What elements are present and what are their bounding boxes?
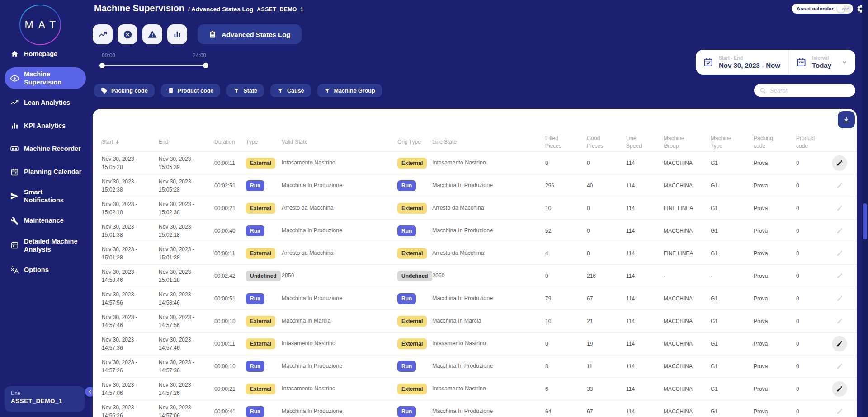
calendar-icon xyxy=(796,57,807,67)
sidebar-nav: Homepage Machine Supervision Lean Analyt… xyxy=(5,44,86,279)
table-row: Nov 30, 2023 -15:01:38Nov 30, 2023 -15:0… xyxy=(102,219,857,242)
cell-machine-group: MACCHINA xyxy=(664,227,711,235)
eye-icon xyxy=(9,74,20,83)
pencil-icon xyxy=(836,340,843,347)
edit-row-button[interactable] xyxy=(832,314,847,329)
edit-row-button[interactable] xyxy=(832,381,847,397)
status-badge: Run xyxy=(397,225,416,236)
cell-type: External xyxy=(246,158,282,169)
view-toolbar: Advanced States Log xyxy=(93,24,302,44)
interval-value: Today xyxy=(812,61,831,69)
chevron-down-icon xyxy=(841,59,848,66)
cell-good-pieces: 0 xyxy=(587,204,626,212)
cell-start: Nov 30, 2023 -15:02:38 xyxy=(102,178,159,194)
translate-icon xyxy=(9,265,20,274)
cell-start: Nov 30, 2023 -15:02:18 xyxy=(102,200,159,216)
alarms-view-button[interactable] xyxy=(142,24,162,44)
cell-line-speed: 114 xyxy=(626,340,664,348)
start-end-picker[interactable]: Start - End Nov 30, 2023 - Now xyxy=(696,50,788,75)
stops-view-button[interactable] xyxy=(118,24,137,44)
filter-label: Product code xyxy=(178,88,214,94)
sidebar-item-machine-supervision[interactable]: Machine Supervision xyxy=(5,67,86,89)
cell-type: Undefined xyxy=(246,271,282,281)
edit-row-button[interactable] xyxy=(832,404,847,417)
sidebar-item-smart-notifications[interactable]: Smart Notifications xyxy=(5,185,86,207)
edit-row-button[interactable] xyxy=(832,246,847,261)
sidebar-item-label: Options xyxy=(24,266,49,274)
cell-packing-code: Prova xyxy=(754,295,796,303)
column-header-line-speed: Line Speed xyxy=(626,135,664,149)
table-row: Nov 30, 2023 -14:57:36Nov 30, 2023 -14:5… xyxy=(102,332,857,355)
sidebar-item-label: Planning Calendar xyxy=(24,168,81,176)
sidebar-item-planning-calendar[interactable]: Planning Calendar xyxy=(5,162,86,181)
sidebar-item-homepage[interactable]: Homepage xyxy=(5,44,86,63)
cell-end: Nov 30, 2023 -14:57:06 xyxy=(159,403,214,417)
filter-machine-group[interactable]: Machine Group xyxy=(317,84,382,97)
cell-machine-group: MACCHINA xyxy=(664,362,711,370)
line-selector-panel[interactable]: Line ASSET_DEMO_1 xyxy=(5,386,85,412)
cell-duration: 00:00:10 xyxy=(214,362,246,370)
sidebar-item-lean-analytics[interactable]: Lean Analytics xyxy=(5,93,86,112)
filter-product-code[interactable]: Product code xyxy=(161,84,221,97)
cell-start: Nov 30, 2023 -14:57:46 xyxy=(102,313,159,329)
filter-cause[interactable]: Cause xyxy=(270,84,311,97)
export-button[interactable] xyxy=(838,111,855,128)
edit-row-button[interactable] xyxy=(832,291,847,306)
sidebar-item-options[interactable]: Options xyxy=(5,260,86,279)
table-row: Nov 30, 2023 -14:57:06Nov 30, 2023 -14:5… xyxy=(102,377,857,400)
funnel-icon xyxy=(233,88,240,94)
cell-valid-state: Macchina In Produzione xyxy=(282,407,397,416)
cell-machine-group: MACCHINA xyxy=(664,159,711,167)
table-row: Nov 30, 2023 -14:57:46Nov 30, 2023 -14:5… xyxy=(102,309,857,332)
cell-orig-type: External xyxy=(397,384,432,394)
cell-duration: 00:02:51 xyxy=(214,182,246,190)
cell-duration: 00:00:10 xyxy=(214,317,246,325)
filter-state[interactable]: State xyxy=(226,84,264,97)
status-badge: Run xyxy=(397,180,416,191)
trend-icon xyxy=(98,30,108,39)
search-input[interactable] xyxy=(770,87,850,94)
cell-product-code: 0 xyxy=(796,182,832,190)
sidebar-item-machine-recorder[interactable]: Machine Recorder xyxy=(5,139,86,158)
table-row: Nov 30, 2023 -14:58:46Nov 30, 2023 -15:0… xyxy=(102,264,857,287)
slider-end-label: 24:00 xyxy=(193,52,206,59)
edit-row-button[interactable] xyxy=(832,359,847,374)
edit-row-button[interactable] xyxy=(832,223,847,239)
sidebar-item-label: KPI Analytics xyxy=(24,122,66,130)
asset-calendar-toggle[interactable]: OFF xyxy=(837,5,851,12)
sidebar-item-kpi-analytics[interactable]: KPI Analytics xyxy=(5,116,86,135)
column-header-machine-group: Machine Group xyxy=(664,135,711,149)
scrollbar-thumb[interactable] xyxy=(863,203,867,239)
histogram-view-button[interactable] xyxy=(167,24,187,44)
advanced-states-log-button[interactable]: Advanced States Log xyxy=(198,24,302,44)
wrench-icon xyxy=(9,217,20,225)
column-header-start[interactable]: Start xyxy=(102,138,159,145)
edit-row-button[interactable] xyxy=(832,201,847,216)
status-badge: External xyxy=(397,384,427,394)
edit-row-button[interactable] xyxy=(832,336,847,351)
cell-filled-pieces: 0 xyxy=(545,272,587,280)
cell-packing-code: Prova xyxy=(754,408,796,416)
cell-duration: 00:00:21 xyxy=(214,385,246,393)
edit-row-button[interactable] xyxy=(832,268,847,284)
cell-orig-type: External xyxy=(397,248,432,259)
filter-packing-code[interactable]: Packing code xyxy=(94,84,155,97)
cell-type: Run xyxy=(246,406,282,417)
cell-duration: 00:00:11 xyxy=(214,159,246,167)
cell-start: Nov 30, 2023 -14:58:46 xyxy=(102,268,159,284)
cell-machine-type: G1 xyxy=(711,159,754,167)
slider-handle-end[interactable] xyxy=(203,63,208,68)
cell-filled-pieces: 0 xyxy=(545,340,587,348)
sidebar-item-maintenance[interactable]: Maintenance xyxy=(5,211,86,230)
slider-handle-start[interactable] xyxy=(99,63,105,68)
trend-view-button[interactable] xyxy=(93,24,113,44)
edit-row-button[interactable] xyxy=(832,155,847,171)
slider-track[interactable] xyxy=(102,65,206,66)
interval-picker[interactable]: Interval Today xyxy=(789,50,855,75)
cell-line-speed: 114 xyxy=(626,385,664,393)
status-badge: Undefined xyxy=(397,271,432,281)
pencil-icon xyxy=(836,408,843,415)
sidebar-item-detailed-machine-analysis[interactable]: Detailed Machine Analysis xyxy=(5,234,86,256)
cell-valid-state: Macchina In Produzione xyxy=(282,226,397,235)
edit-row-button[interactable] xyxy=(832,178,847,193)
